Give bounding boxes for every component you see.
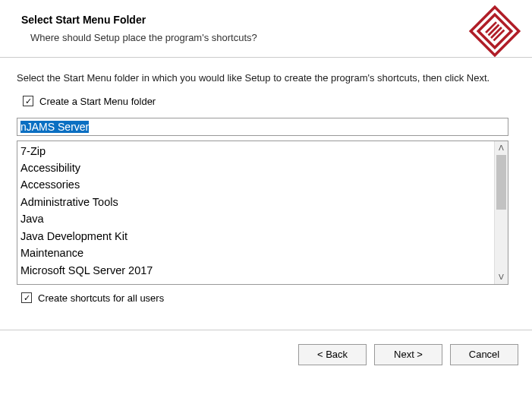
- brand-logo-icon: [468, 5, 521, 58]
- svg-line-4: [491, 27, 502, 38]
- scroll-track[interactable]: [495, 155, 508, 270]
- back-button[interactable]: < Back: [298, 344, 367, 365]
- list-item[interactable]: Microsoft SQL Server 2017: [20, 262, 491, 279]
- folder-list-items[interactable]: 7-Zip Accessibility Accessories Administ…: [17, 141, 494, 284]
- scroll-down-button[interactable]: ᐯ: [495, 270, 508, 284]
- list-item[interactable]: Administrative Tools: [20, 194, 491, 210]
- wizard-header: Select Start Menu Folder Where should Se…: [0, 0, 532, 58]
- list-item[interactable]: Accessibility: [20, 159, 491, 176]
- next-button[interactable]: Next >: [374, 344, 442, 365]
- folder-name-input[interactable]: nJAMS Server: [17, 118, 508, 136]
- list-item[interactable]: Java Development Kit: [20, 228, 491, 245]
- folder-list[interactable]: 7-Zip Accessibility Accessories Administ…: [17, 141, 508, 285]
- all-users-checkbox[interactable]: ✓: [21, 292, 32, 303]
- wizard-footer: < Back Next > Cancel: [0, 330, 532, 379]
- list-item[interactable]: Maintenance: [20, 245, 491, 261]
- svg-line-3: [489, 25, 499, 36]
- create-folder-checkbox-row[interactable]: ✓ Create a Start Menu folder: [23, 96, 515, 107]
- list-item[interactable]: 7-Zip: [20, 143, 491, 159]
- instruction-text: Select the Start Menu folder in which yo…: [17, 71, 515, 85]
- list-item[interactable]: Accessories: [20, 176, 491, 193]
- folder-list-scrollbar[interactable]: ᐱ ᐯ: [494, 141, 508, 284]
- page-subtitle: Where should Setup place the program's s…: [30, 32, 517, 43]
- scroll-thumb[interactable]: [496, 155, 506, 210]
- scroll-up-button[interactable]: ᐱ: [495, 141, 508, 155]
- list-item[interactable]: Java: [20, 210, 491, 227]
- all-users-checkbox-label[interactable]: Create shortcuts for all users: [38, 292, 164, 304]
- create-folder-checkbox-label[interactable]: Create a Start Menu folder: [39, 96, 156, 107]
- cancel-button[interactable]: Cancel: [450, 344, 518, 365]
- page-title: Select Start Menu Folder: [21, 14, 517, 26]
- create-folder-checkbox[interactable]: ✓: [23, 96, 33, 106]
- all-users-checkbox-row[interactable]: ✓ Create shortcuts for all users: [21, 292, 515, 304]
- wizard-content: Select the Start Menu folder in which yo…: [0, 58, 532, 313]
